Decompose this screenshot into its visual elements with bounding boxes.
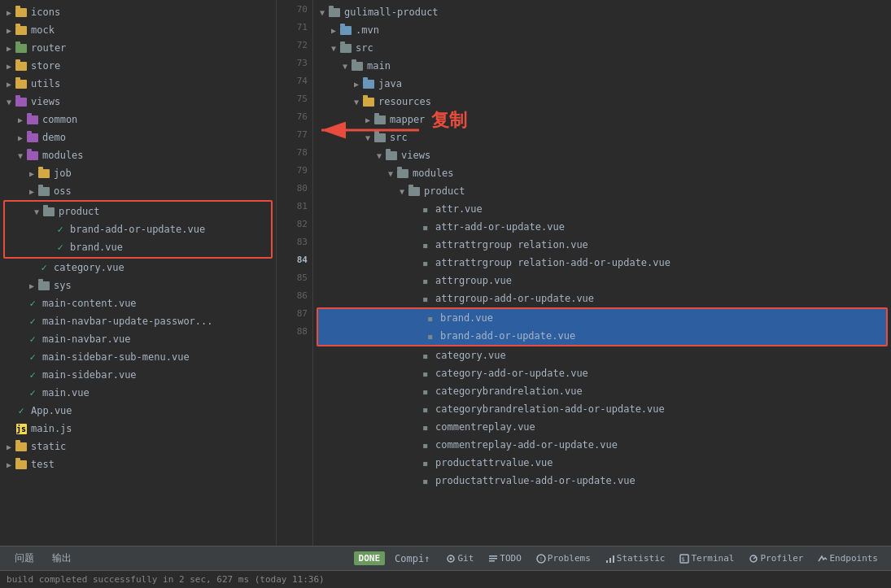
right-tree-java[interactable]: ▶ java	[313, 75, 891, 93]
right-tree-mapper[interactable]: ▶ mapper	[313, 111, 891, 128]
tree-item-main-navbar[interactable]: ✓ main-navbar.vue	[0, 330, 276, 348]
right-tree-resources[interactable]: ▼ resources	[313, 93, 891, 111]
expand-arrow: ▼	[31, 207, 42, 216]
file-icon: ▪	[419, 438, 432, 451]
right-tree-src[interactable]: ▼ src	[313, 39, 891, 57]
tree-item-job[interactable]: ▶ job	[0, 164, 276, 182]
right-tree-attrattrgroup[interactable]: ▪ attrattrgroup relation.vue	[313, 236, 891, 254]
right-tree-modules2[interactable]: ▼ modules	[313, 164, 891, 182]
folder-icon-job	[37, 167, 50, 180]
tree-label: attrattrgroup relation.vue	[435, 239, 588, 250]
vue-file-icon: ✓	[26, 386, 39, 399]
tree-label: main-navbar.vue	[42, 333, 130, 345]
tree-item-views[interactable]: ▼ views	[0, 93, 276, 111]
file-icon: ▪	[419, 367, 432, 380]
right-tree-attrattrgroup-add[interactable]: ▪ attrattrgroup relation-add-or-update.v…	[313, 254, 891, 272]
right-tree-src2[interactable]: ▼ src	[313, 128, 891, 146]
endpoints-icon	[818, 554, 828, 564]
vue-file-icon: ✓	[26, 351, 39, 364]
git-button[interactable]: Git	[439, 551, 480, 565]
tree-label: brand.vue	[70, 242, 123, 253]
profiler-button[interactable]: Profiler	[742, 551, 810, 565]
tree-item-main-js[interactable]: js main.js	[0, 420, 276, 438]
right-file-tree: ▼ gulimall-product ▶ .mvn ▼ src ▼ main	[313, 0, 891, 546]
tree-item-main-navbar-update[interactable]: ✓ main-navbar-update-passwor...	[0, 312, 276, 330]
right-tree-attrgroup-add[interactable]: ▪ attrgroup-add-or-update.vue	[313, 290, 891, 307]
tree-label: App.vue	[31, 405, 72, 416]
tab-problems[interactable]: 问题	[7, 548, 42, 568]
left-file-tree: ▶ icons ▶ mock ▶ router ▶ store ▶ utils	[0, 0, 277, 546]
right-tree-categorybrand-add[interactable]: ▪ categorybrandrelation-add-or-update.vu…	[313, 400, 891, 418]
right-tree-categorybrand[interactable]: ▪ categorybrandrelation.vue	[313, 382, 891, 400]
terminal-button[interactable]: $ Terminal	[673, 551, 740, 565]
tree-label: mock	[31, 24, 55, 36]
tab-output[interactable]: 输出	[44, 548, 80, 568]
tree-item-brand-add[interactable]: ✓ brand-add-or-update.vue	[5, 220, 271, 238]
tree-item-oss[interactable]: ▶ oss	[0, 182, 276, 200]
tree-label: main.vue	[42, 387, 90, 399]
tree-item-common[interactable]: ▶ common	[0, 111, 276, 128]
folder-icon-mvn	[339, 24, 352, 37]
tree-label: category.vue	[435, 350, 506, 361]
right-tree-productattrvalue[interactable]: ▪ productattrvalue.vue	[313, 454, 891, 472]
right-tree-productattrvalue-add[interactable]: ▪ productattrvalue-add-or-update.vue	[313, 472, 891, 490]
tree-label: oss	[54, 185, 72, 197]
right-tree-category-add[interactable]: ▪ category-add-or-update.vue	[313, 364, 891, 382]
statistic-button[interactable]: Statistic	[599, 551, 672, 565]
todo-label: TODO	[500, 553, 522, 564]
right-tree-attrgroup[interactable]: ▪ attrgroup.vue	[313, 272, 891, 290]
right-tree-commentreplay[interactable]: ▪ commentreplay.vue	[313, 418, 891, 436]
right-tree-main[interactable]: ▼ main	[313, 57, 891, 75]
compile-tab[interactable]: Compi↑	[387, 550, 438, 568]
right-tree-root[interactable]: ▼ gulimall-product	[313, 3, 891, 21]
svg-rect-7	[489, 560, 495, 562]
folder-icon-common	[26, 113, 39, 126]
tree-item-mock[interactable]: ▶ mock	[0, 21, 276, 39]
build-status-text: build completed successfully in 2 sec, 6…	[7, 574, 325, 585]
vue-file-icon: ✓	[54, 223, 67, 236]
right-tree-mvn[interactable]: ▶ .mvn	[313, 21, 891, 39]
right-tree-brand-add[interactable]: ▪ brand-add-or-update.vue	[318, 327, 886, 345]
todo-button[interactable]: TODO	[482, 551, 528, 565]
line-83: 83	[283, 233, 308, 250]
folder-icon-store	[15, 59, 28, 72]
tree-item-static[interactable]: ▶ static	[0, 438, 276, 455]
right-tree-attr-add[interactable]: ▪ attr-add-or-update.vue	[313, 218, 891, 236]
tree-item-demo[interactable]: ▶ demo	[0, 128, 276, 146]
tree-item-test[interactable]: ▶ test	[0, 455, 276, 473]
tree-label: attrgroup-add-or-update.vue	[435, 293, 594, 304]
expand-arrow: ▼	[339, 62, 351, 71]
tree-item-main-vue[interactable]: ✓ main.vue	[0, 384, 276, 402]
tree-item-sys[interactable]: ▶ sys	[0, 277, 276, 294]
collapse-arrow: ▶	[3, 8, 15, 17]
right-tree-brand[interactable]: ▪ brand.vue	[318, 309, 886, 327]
line-75: 75	[283, 89, 308, 107]
tree-item-router[interactable]: ▶ router	[0, 39, 276, 57]
tree-item-icons[interactable]: ▶ icons	[0, 3, 276, 21]
right-tree-category[interactable]: ▪ category.vue	[313, 346, 891, 364]
tree-item-brand[interactable]: ✓ brand.vue	[5, 238, 271, 256]
right-tree-attr[interactable]: ▪ attr.vue	[313, 200, 891, 218]
tree-item-store[interactable]: ▶ store	[0, 57, 276, 75]
tree-item-main-sidebar[interactable]: ✓ main-sidebar.vue	[0, 366, 276, 384]
tree-item-main-sidebar-sub[interactable]: ✓ main-sidebar-sub-menu.vue	[0, 348, 276, 366]
right-highlight-region: ▪ brand.vue ▪ brand-add-or-update.vue	[317, 307, 888, 346]
file-icon: ▪	[419, 274, 432, 287]
problems-button[interactable]: ! Problems	[530, 551, 597, 565]
endpoints-button[interactable]: Endpoints	[811, 551, 884, 565]
tree-item-category[interactable]: ✓ category.vue	[0, 259, 276, 277]
right-tree-views2[interactable]: ▼ views	[313, 146, 891, 164]
right-tree-commentreplay-add[interactable]: ▪ commentreplay-add-or-update.vue	[313, 436, 891, 454]
right-tree-product2[interactable]: ▼ product	[313, 182, 891, 200]
tree-item-app-vue[interactable]: ✓ App.vue	[0, 402, 276, 420]
tree-item-main-content[interactable]: ✓ main-content.vue	[0, 294, 276, 312]
file-icon: ▪	[419, 349, 432, 362]
tree-label: .mvn	[356, 24, 379, 36]
line-84-active: 84	[283, 250, 308, 268]
tree-item-modules[interactable]: ▼ modules	[0, 146, 276, 164]
tree-label: main	[367, 60, 391, 72]
tree-item-utils[interactable]: ▶ utils	[0, 75, 276, 93]
file-icon: ▪	[424, 329, 437, 342]
tree-item-product[interactable]: ▼ product	[5, 203, 271, 220]
collapse-arrow: ▶	[3, 460, 15, 469]
